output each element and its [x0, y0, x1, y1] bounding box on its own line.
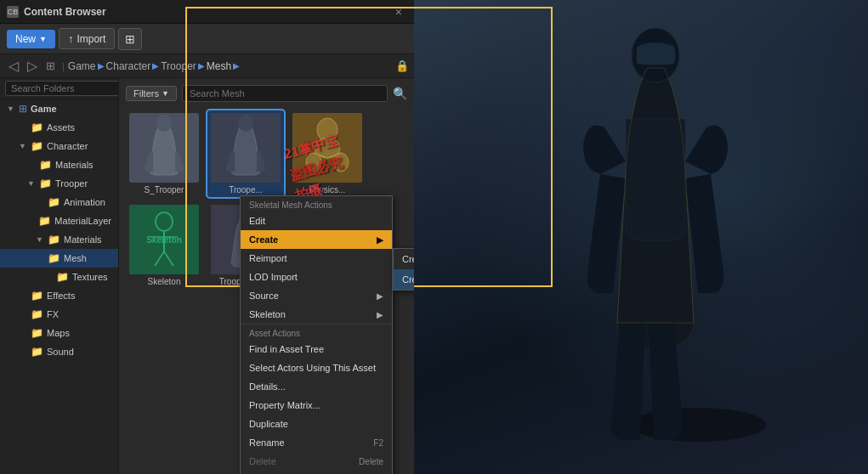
folder-icon-trooper: 📁	[39, 178, 52, 189]
back-button[interactable]: ◁	[5, 58, 22, 74]
sidebar-item-materials-ch[interactable]: 📁 Materials	[0, 155, 118, 174]
grid-nav-button[interactable]: ⊞	[43, 59, 59, 72]
ctx-skeleton[interactable]: Skeleton ▶	[241, 305, 392, 324]
folder-icon-game: ⊞	[19, 103, 27, 115]
folder-icon-materials: 📁	[39, 159, 52, 171]
folder-icon-materials-tr: 📁	[48, 234, 60, 245]
ctx-replace-refs: Replace References	[241, 471, 392, 474]
context-menu: Skeletal Mesh Actions Edit Create ▶ Reim…	[240, 195, 393, 474]
breadcrumb-game[interactable]: Game	[68, 60, 96, 72]
content-browser-icon: CB	[7, 6, 19, 18]
main-content: 🔍 ▼ ⊞ Game 📁 Assets ▼ 📁 Character	[0, 78, 414, 474]
sidebar-item-animation[interactable]: 📁 Animation	[0, 193, 118, 212]
ctx-edit[interactable]: Edit	[241, 212, 392, 230]
filters-button[interactable]: Filters ▼	[126, 86, 177, 101]
folder-icon-sound: 📁	[31, 346, 43, 358]
search-folders-bar: 🔍	[0, 78, 118, 99]
breadcrumb-mesh[interactable]: Mesh	[207, 60, 231, 72]
sidebar-item-game[interactable]: ▼ ⊞ Game	[0, 99, 118, 118]
ctx-select-actors[interactable]: Select Actors Using This Asset	[241, 358, 392, 377]
ctx-delete: Delete Delete	[241, 452, 392, 471]
svg-point-9	[306, 153, 321, 172]
sidebar-item-textures[interactable]: 📁 Textures	[0, 268, 118, 286]
svg-point-0	[630, 408, 766, 442]
svg-point-10	[333, 153, 349, 172]
breadcrumb-trooper[interactable]: Trooper	[161, 60, 196, 72]
folder-icon-mesh: 📁	[48, 252, 60, 264]
folder-icon-character: 📁	[31, 140, 43, 152]
asset-trooper-selected[interactable]: Troope...	[207, 110, 284, 197]
svg-point-3	[156, 115, 172, 132]
toolbar: New ▼ ↑ Import ⊞	[0, 24, 414, 54]
layout-button[interactable]: ⊞	[118, 28, 142, 50]
new-button[interactable]: New ▼	[7, 30, 55, 48]
folder-icon-effects: 📁	[31, 290, 43, 302]
asset-img-s-trooper	[129, 113, 199, 183]
sidebar-item-materials-tr[interactable]: ▼ 📁 Materials	[0, 230, 118, 249]
asset-skeleton[interactable]: Skeleton Skeleton	[126, 202, 202, 305]
asset-img-skeleton: Skeleton	[129, 205, 199, 274]
close-button[interactable]: ×	[390, 3, 407, 20]
sidebar-item-effects[interactable]: 📁 Effects	[0, 286, 118, 305]
ctx-section-asset: Asset Actions	[241, 324, 392, 340]
create-anim-assets[interactable]: Create Anim Assets... ▶	[394, 249, 414, 269]
asset-physics[interactable]: Physics...	[289, 110, 366, 197]
svg-point-5	[238, 115, 253, 132]
ctx-rename[interactable]: Rename F2	[241, 433, 392, 452]
asset-img-trooper-selected	[211, 113, 281, 183]
viewport-bg	[409, 0, 868, 474]
ctx-property-matrix[interactable]: Property Matrix...	[241, 396, 392, 415]
folder-icon-assets: 📁	[31, 121, 43, 133]
folder-icon-fx: 📁	[31, 308, 43, 320]
folder-icon-materiallayer: 📁	[38, 215, 51, 227]
sidebar-item-character[interactable]: ▼ 📁 Character	[0, 137, 118, 155]
mesh-search-input[interactable]	[182, 85, 388, 102]
asset-grid: Filters ▼ 🔍 S_Trooper	[119, 78, 414, 474]
ctx-section-skeletal: Skeletal Mesh Actions	[241, 196, 392, 212]
ctx-duplicate[interactable]: Duplicate	[241, 415, 392, 433]
lock-icon[interactable]: 🔒	[395, 59, 409, 72]
sidebar-item-sound[interactable]: 📁 Sound	[0, 342, 118, 361]
sidebar: 🔍 ▼ ⊞ Game 📁 Assets ▼ 📁 Character	[0, 78, 119, 474]
sidebar-item-maps[interactable]: 📁 Maps	[0, 324, 118, 342]
title-bar-text: Content Browser	[24, 6, 390, 18]
ctx-source[interactable]: Source ▶	[241, 286, 392, 305]
title-bar: CB Content Browser ×	[0, 0, 414, 24]
ctx-find-asset-tree[interactable]: Find in Asset Tree	[241, 340, 392, 358]
tree-arrow-game: ▼	[7, 104, 15, 113]
create-submenu: Create Anim Assets... ▶ Create Physics A…	[393, 248, 414, 291]
ctx-create[interactable]: Create ▶	[241, 230, 392, 249]
search-folders-input[interactable]	[5, 81, 119, 96]
breadcrumb-bar: ◁ ▷ ⊞ | Game ▶ Character ▶ Trooper ▶ Mes…	[0, 54, 414, 78]
forward-button[interactable]: ▷	[24, 58, 41, 74]
sidebar-item-materiallayer[interactable]: 📁 MaterialLayer	[0, 212, 118, 230]
asset-img-physics	[292, 113, 362, 183]
breadcrumb-character[interactable]: Character	[106, 60, 151, 72]
folder-icon-animation: 📁	[48, 196, 60, 208]
ctx-reimport[interactable]: Reimport	[241, 249, 392, 268]
sidebar-item-fx[interactable]: 📁 FX	[0, 305, 118, 324]
sidebar-item-assets[interactable]: 📁 Assets	[0, 118, 118, 137]
sidebar-item-mesh[interactable]: 📁 Mesh	[0, 249, 118, 268]
import-button[interactable]: ↑ Import	[59, 28, 116, 49]
folder-icon-maps: 📁	[31, 327, 43, 339]
asset-s-trooper[interactable]: S_Trooper	[126, 110, 202, 197]
create-physics-asset[interactable]: Create Physics Asset	[394, 269, 414, 290]
ctx-details[interactable]: Details...	[241, 377, 392, 396]
ctx-lod-import[interactable]: LOD Import	[241, 268, 392, 286]
mesh-search-icon[interactable]: 🔍	[393, 87, 407, 100]
folder-icon-textures: 📁	[56, 271, 69, 283]
sidebar-item-trooper[interactable]: ▼ 📁 Trooper	[0, 174, 118, 193]
content-browser-panel: CB Content Browser × New ▼ ↑ Import ⊞ ◁ …	[0, 0, 414, 474]
